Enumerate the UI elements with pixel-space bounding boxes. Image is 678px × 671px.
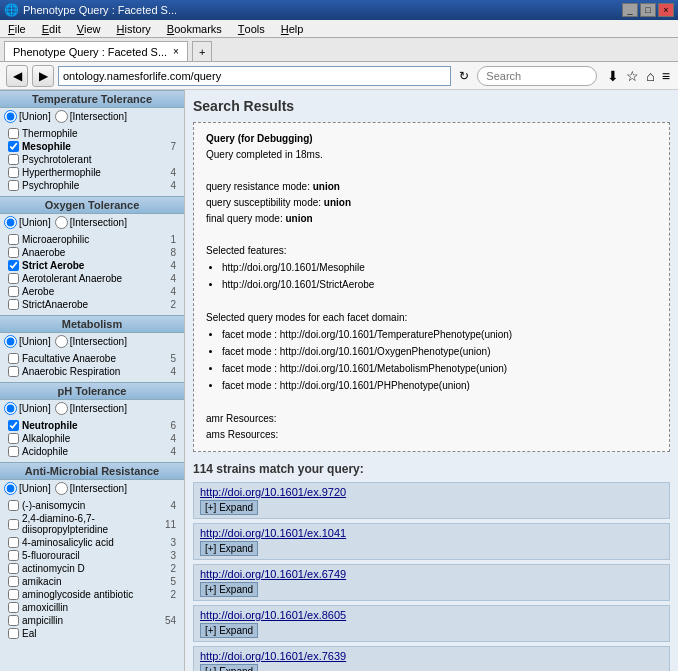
ph-union-radio[interactable] (4, 402, 17, 415)
fluorouracil-checkbox[interactable] (8, 550, 19, 561)
expand-button-4[interactable]: [+] Expand (200, 623, 258, 638)
result-url-4[interactable]: http://doi.org/10.1601/ex.8605 (200, 609, 663, 621)
result-url-5[interactable]: http://doi.org/10.1601/ex.7639 (200, 650, 663, 662)
ph-union-label[interactable]: [Union] (4, 402, 51, 415)
temperature-union-label[interactable]: [Union] (4, 110, 51, 123)
eal-checkbox[interactable] (8, 628, 19, 639)
metabolism-union-radio[interactable] (4, 335, 17, 348)
metabolism-intersection-radio[interactable] (55, 335, 68, 348)
home-icon[interactable]: ⌂ (644, 66, 656, 86)
actinomycin-checkbox[interactable] (8, 563, 19, 574)
result-url-1[interactable]: http://doi.org/10.1601/ex.9720 (200, 486, 663, 498)
ampicillin-label[interactable]: ampicillin (22, 615, 63, 626)
anaerobic-respiration-label[interactable]: Anaerobic Respiration (22, 366, 120, 377)
strict-aerobe-checkbox[interactable] (8, 260, 19, 271)
thermophile-checkbox[interactable] (8, 128, 19, 139)
alkalophile-label[interactable]: Alkalophile (22, 433, 70, 444)
aerobe-label[interactable]: Aerobe (22, 286, 54, 297)
ph-intersection-label[interactable]: [Intersection] (55, 402, 127, 415)
aerotolerant-label[interactable]: Aerotolerant Anaerobe (22, 273, 122, 284)
actinomycin-label[interactable]: actinomycin D (22, 563, 85, 574)
metabolism-union-label[interactable]: [Union] (4, 335, 51, 348)
expand-button-5[interactable]: [+] Expand (200, 664, 258, 671)
result-url-3[interactable]: http://doi.org/10.1601/ex.6749 (200, 568, 663, 580)
amikacin-checkbox[interactable] (8, 576, 19, 587)
acidophile-checkbox[interactable] (8, 446, 19, 457)
psychrophile-checkbox[interactable] (8, 180, 19, 191)
aminoglycoside-checkbox[interactable] (8, 589, 19, 600)
maximize-button[interactable]: □ (640, 3, 656, 17)
menu-history[interactable]: History (109, 20, 159, 37)
psychrotolerant-checkbox[interactable] (8, 154, 19, 165)
amr-union-label[interactable]: [Union] (4, 482, 51, 495)
anisomycin-checkbox[interactable] (8, 500, 19, 511)
aerobe-checkbox[interactable] (8, 286, 19, 297)
microaerophilic-checkbox[interactable] (8, 234, 19, 245)
temperature-intersection-label[interactable]: [Intersection] (55, 110, 127, 123)
temperature-intersection-radio[interactable] (55, 110, 68, 123)
back-button[interactable]: ◀ (6, 65, 28, 87)
aminoglycoside-label[interactable]: aminoglycoside antibiotic (22, 589, 133, 600)
forward-button[interactable]: ▶ (32, 65, 54, 87)
close-button[interactable]: × (658, 3, 674, 17)
alkalophile-checkbox[interactable] (8, 433, 19, 444)
menu-edit[interactable]: Edit (34, 20, 69, 37)
neutrophile-checkbox[interactable] (8, 420, 19, 431)
expand-button-2[interactable]: [+] Expand (200, 541, 258, 556)
anaerobe-checkbox[interactable] (8, 247, 19, 258)
anaerobic-respiration-checkbox[interactable] (8, 366, 19, 377)
oxygen-union-radio[interactable] (4, 216, 17, 229)
aminosalicylic-label[interactable]: 4-aminosalicylic acid (22, 537, 114, 548)
aerotolerant-checkbox[interactable] (8, 273, 19, 284)
microaerophilic-label[interactable]: Microaerophilic (22, 234, 89, 245)
window-controls[interactable]: _ □ × (622, 3, 674, 17)
menu-help[interactable]: Help (273, 20, 312, 37)
amr-union-radio[interactable] (4, 482, 17, 495)
diaminopteridin-label[interactable]: 2,4-diamino-6,7-diisopropylpteridine (22, 513, 165, 535)
ampicillin-checkbox[interactable] (8, 615, 19, 626)
active-tab[interactable]: Phenotype Query : Faceted S... × (4, 41, 188, 61)
hyperthermophile-checkbox[interactable] (8, 167, 19, 178)
thermophile-label[interactable]: Thermophile (22, 128, 78, 139)
download-icon[interactable]: ⬇ (605, 66, 621, 86)
oxygen-union-label[interactable]: [Union] (4, 216, 51, 229)
menu-tools[interactable]: Tools (230, 20, 273, 37)
tab-close-button[interactable]: × (173, 46, 179, 57)
aminosalicylic-checkbox[interactable] (8, 537, 19, 548)
oxygen-intersection-label[interactable]: [Intersection] (55, 216, 127, 229)
amr-intersection-label[interactable]: [Intersection] (55, 482, 127, 495)
amoxicillin-label[interactable]: amoxicillin (22, 602, 68, 613)
strict-aerobe-label[interactable]: Strict Aerobe (22, 260, 84, 271)
url-input[interactable] (58, 66, 451, 86)
result-url-2[interactable]: http://doi.org/10.1601/ex.1041 (200, 527, 663, 539)
fluorouracil-label[interactable]: 5-fluorouracil (22, 550, 80, 561)
hyperthermophile-label[interactable]: Hyperthermophile (22, 167, 101, 178)
mesophile-label[interactable]: Mesophile (22, 141, 71, 152)
minimize-button[interactable]: _ (622, 3, 638, 17)
anisomycin-label[interactable]: (-)-anisomycin (22, 500, 85, 511)
strict-anaerobe-label[interactable]: StrictAnaerobe (22, 299, 88, 310)
acidophile-label[interactable]: Acidophile (22, 446, 68, 457)
menu-view[interactable]: View (69, 20, 109, 37)
temperature-union-radio[interactable] (4, 110, 17, 123)
amikacin-label[interactable]: amikacin (22, 576, 61, 587)
mesophile-checkbox[interactable] (8, 141, 19, 152)
oxygen-intersection-radio[interactable] (55, 216, 68, 229)
menu-file[interactable]: File (0, 20, 34, 37)
facultative-anaerobe-label[interactable]: Facultative Anaerobe (22, 353, 116, 364)
menu-bookmarks[interactable]: Bookmarks (159, 20, 230, 37)
expand-button-1[interactable]: [+] Expand (200, 500, 258, 515)
facultative-anaerobe-checkbox[interactable] (8, 353, 19, 364)
new-tab-button[interactable]: + (192, 41, 212, 61)
psychrophile-label[interactable]: Psychrophile (22, 180, 79, 191)
diaminopteridin-checkbox[interactable] (8, 519, 19, 530)
expand-button-3[interactable]: [+] Expand (200, 582, 258, 597)
ph-intersection-radio[interactable] (55, 402, 68, 415)
amoxicillin-checkbox[interactable] (8, 602, 19, 613)
anaerobe-label[interactable]: Anaerobe (22, 247, 65, 258)
psychrotolerant-label[interactable]: Psychrotolerant (22, 154, 91, 165)
amr-intersection-radio[interactable] (55, 482, 68, 495)
refresh-button[interactable]: ↻ (455, 67, 473, 85)
bookmark-icon[interactable]: ☆ (624, 66, 641, 86)
strict-anaerobe-checkbox[interactable] (8, 299, 19, 310)
